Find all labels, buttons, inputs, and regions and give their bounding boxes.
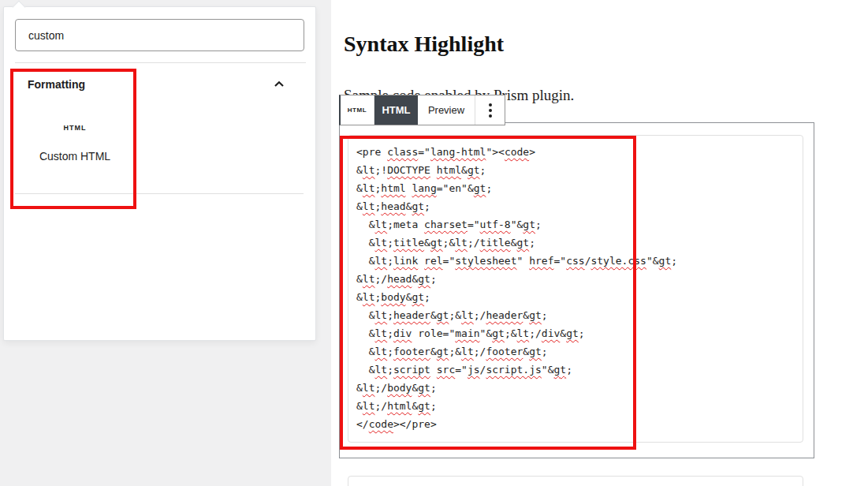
- code-token: body: [387, 382, 412, 394]
- code-token: ;: [579, 327, 585, 339]
- code-token: title: [393, 237, 424, 249]
- category-label: Formatting: [15, 78, 85, 91]
- toolbar-tab-html[interactable]: HTML: [374, 95, 418, 125]
- code-token: ;: [535, 219, 542, 230]
- code-token: =": [554, 255, 567, 267]
- code-token: &: [356, 364, 374, 376]
- code-token: &: [523, 346, 529, 357]
- code-token: &: [356, 273, 363, 285]
- code-token: lt: [374, 255, 387, 267]
- chevron-up-icon: [274, 79, 285, 90]
- code-token: ;: [387, 346, 393, 357]
- code-token: gt: [418, 400, 430, 412]
- code-token: lt: [363, 291, 375, 303]
- options-kebab-button[interactable]: [475, 95, 505, 125]
- code-token: lt: [461, 346, 474, 357]
- code-token: =": [418, 146, 430, 158]
- code-token: gt: [659, 255, 672, 267]
- code-token: gt: [412, 291, 424, 303]
- code-token: href: [529, 255, 553, 267]
- code-token: "><: [486, 146, 504, 158]
- code-line: &lt;title&gt;&lt;/title&gt;: [356, 234, 795, 252]
- code-line: </code></pre>: [356, 415, 795, 433]
- code-token: ;: [424, 200, 430, 212]
- code-token: gt: [418, 273, 430, 285]
- post-heading[interactable]: Syntax Highlight: [344, 32, 504, 57]
- code-token: ;&: [443, 237, 456, 249]
- code-token: ;: [480, 164, 486, 176]
- code-token: ;/: [374, 400, 387, 412]
- code-token: ;: [387, 364, 393, 376]
- code-token: code: [505, 146, 529, 158]
- code-token: head: [387, 273, 412, 285]
- code-token: title: [480, 237, 511, 249]
- kebab-dot: [489, 109, 492, 112]
- code-token: &: [356, 237, 374, 249]
- code-token: lt: [374, 364, 387, 376]
- code-token: ;: [542, 346, 548, 357]
- category-formatting-toggle[interactable]: Formatting: [15, 73, 306, 95]
- code-token: js: [468, 364, 480, 376]
- code-token: header: [486, 309, 523, 321]
- code-token: lt: [363, 164, 375, 176]
- code-token: =": [443, 255, 456, 267]
- code-content: <pre class="lang-html"><code>&lt;!DOCTYP…: [356, 143, 795, 433]
- code-token: ;: [387, 309, 393, 321]
- code-token: "&: [511, 219, 523, 230]
- code-token: &: [356, 346, 374, 357]
- code-token: ;: [542, 309, 548, 321]
- code-token: &: [511, 237, 517, 249]
- code-token: ;!: [374, 164, 387, 176]
- toolbar-tab-preview[interactable]: Preview: [418, 95, 475, 125]
- code-token: header: [393, 309, 430, 321]
- code-token: lt: [455, 237, 468, 249]
- code-token: html: [381, 182, 405, 194]
- code-token: gt: [529, 309, 542, 321]
- code-token: html: [437, 164, 461, 176]
- block-type-button[interactable]: HTML: [341, 95, 374, 125]
- code-token: ;: [387, 255, 393, 267]
- code-token: lt: [363, 182, 375, 194]
- code-token: &: [356, 291, 363, 303]
- code-token: gt: [418, 382, 430, 394]
- code-token: &: [356, 219, 374, 230]
- code-token: ;: [387, 237, 393, 249]
- code-token: &: [356, 309, 374, 321]
- code-token: gt: [437, 309, 449, 321]
- code-token: &: [356, 164, 363, 176]
- code-token: style.css: [590, 255, 646, 267]
- code-token: &: [424, 237, 430, 249]
- code-token: div: [393, 327, 412, 339]
- code-token: [418, 255, 424, 267]
- code-token: &: [356, 255, 374, 267]
- code-token: lt: [363, 200, 375, 212]
- code-token: gt: [566, 327, 579, 339]
- code-line: &lt;/body&gt;: [356, 379, 795, 397]
- block-item-custom-html[interactable]: HTML Custom HTML: [24, 103, 125, 182]
- code-token: lang: [412, 182, 436, 194]
- code-token: ;: [529, 237, 535, 249]
- code-token: gt: [474, 182, 486, 194]
- block-inserter-popover: Formatting HTML Custom HTML: [3, 6, 316, 341]
- code-token: &: [430, 309, 437, 321]
- code-token: role=": [412, 327, 455, 339]
- code-token: gt: [437, 346, 449, 357]
- code-token: &: [356, 200, 363, 212]
- code-token: lt: [374, 237, 387, 249]
- code-line: &lt;meta charset="utf-8"&gt;: [356, 215, 795, 234]
- code-token: ;/: [468, 237, 480, 249]
- custom-html-code-editor[interactable]: <pre class="lang-html"><code>&lt;!DOCTYP…: [348, 135, 803, 443]
- code-token: &: [461, 164, 468, 176]
- code-token: &: [356, 182, 363, 194]
- block-search-input[interactable]: [15, 19, 304, 51]
- code-token: utf-8: [480, 219, 511, 230]
- kebab-dot: [489, 103, 492, 107]
- next-block-placeholder[interactable]: [348, 476, 803, 486]
- code-token: ;/: [474, 346, 486, 357]
- code-token: lt: [461, 309, 474, 321]
- code-token: ": [517, 255, 530, 267]
- code-token: &: [430, 346, 437, 357]
- code-token: ;&: [449, 346, 461, 357]
- code-token: gt: [430, 237, 443, 249]
- code-line: &lt;body&gt;: [356, 288, 795, 306]
